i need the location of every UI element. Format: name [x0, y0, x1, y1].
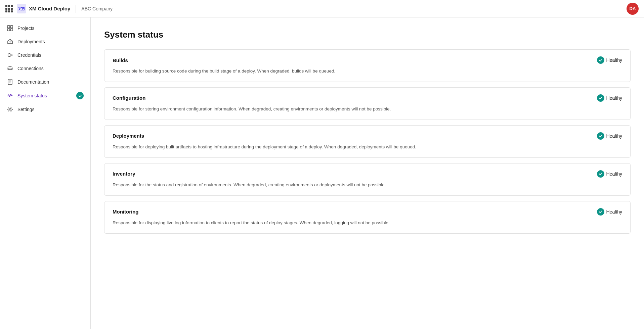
sidebar-item-label: Connections: [17, 66, 44, 71]
status-card-header: Monitoring Healthy: [113, 208, 622, 216]
system-status-icon: [7, 92, 13, 99]
status-badge: Healthy: [597, 94, 622, 102]
connections-icon: [7, 65, 13, 72]
status-label: Healthy: [606, 57, 622, 63]
documentation-icon: [7, 79, 13, 85]
status-card-title: Monitoring: [113, 209, 138, 215]
status-label: Healthy: [606, 95, 622, 101]
status-card-inventory: Inventory Healthy Responsible for the st…: [104, 163, 631, 196]
sidebar-item-projects[interactable]: Projects: [0, 21, 90, 35]
sidebar-item-settings[interactable]: Settings: [0, 103, 90, 116]
status-card-monitoring: Monitoring Healthy Responsible for displ…: [104, 201, 631, 234]
status-card-header: Inventory Healthy: [113, 170, 622, 178]
sidebar-item-credentials[interactable]: Credentials: [0, 48, 90, 62]
sidebar-item-deployments[interactable]: Deployments: [0, 35, 90, 48]
status-card-description: Responsible for displaying live log info…: [113, 220, 622, 227]
svg-rect-2: [10, 26, 13, 28]
status-card-title: Builds: [113, 57, 128, 63]
top-navigation: XM Cloud Deploy ABC Company DA: [0, 0, 644, 17]
status-badge: Healthy: [597, 208, 622, 216]
check-circle-icon: [597, 94, 604, 102]
sidebar-item-label: Documentation: [17, 79, 49, 85]
status-card-title: Deployments: [113, 133, 144, 139]
svg-point-10: [9, 109, 11, 110]
status-label: Healthy: [606, 133, 622, 139]
status-badge: Healthy: [597, 170, 622, 178]
main-layout: Projects Deployments Credentials: [0, 17, 644, 329]
status-card-description: Responsible for building source code dur…: [113, 68, 622, 75]
user-avatar[interactable]: DA: [627, 3, 639, 15]
page-title: System status: [104, 30, 631, 40]
sidebar-item-label: Credentials: [17, 52, 41, 58]
status-card-title: Inventory: [113, 171, 135, 177]
company-name: ABC Company: [81, 6, 113, 11]
system-status-badge: [76, 92, 84, 99]
status-card-title: Configuration: [113, 95, 145, 101]
status-card-deployments: Deployments Healthy Responsible for depl…: [104, 125, 631, 158]
check-circle-icon: [597, 170, 604, 178]
status-card-description: Responsible for the status and registrat…: [113, 182, 622, 189]
grid-menu-icon[interactable]: [5, 5, 13, 12]
status-card-header: Builds Healthy: [113, 56, 622, 64]
settings-icon: [7, 106, 13, 113]
status-badge: Healthy: [597, 132, 622, 140]
projects-icon: [7, 25, 13, 32]
sidebar-item-label: System status: [17, 93, 47, 98]
status-label: Healthy: [606, 209, 622, 215]
status-card-header: Deployments Healthy: [113, 132, 622, 140]
check-circle-icon: [597, 208, 604, 216]
svg-rect-0: [17, 4, 26, 13]
app-name: XM Cloud Deploy: [29, 6, 70, 11]
sidebar-item-connections[interactable]: Connections: [0, 62, 90, 75]
sidebar-item-label: Projects: [17, 26, 35, 31]
status-card-description: Responsible for storing environment conf…: [113, 106, 622, 113]
sidebar-item-system-status[interactable]: System status: [0, 89, 90, 103]
status-card-header: Configuration Healthy: [113, 94, 622, 102]
svg-point-5: [8, 54, 11, 57]
xm-cloud-logo-icon: [17, 4, 26, 13]
status-cards-container: Builds Healthy Responsible for building …: [104, 49, 631, 234]
app-logo: XM Cloud Deploy: [17, 4, 70, 13]
main-content: System status Builds Healthy Responsible…: [91, 17, 644, 329]
nav-divider: [76, 5, 76, 13]
status-label: Healthy: [606, 171, 622, 177]
status-badge: Healthy: [597, 56, 622, 64]
svg-rect-3: [7, 29, 10, 31]
sidebar: Projects Deployments Credentials: [0, 17, 91, 329]
svg-rect-1: [7, 26, 10, 28]
status-card-description: Responsible for deploying built artifact…: [113, 144, 622, 151]
sidebar-item-label: Settings: [17, 107, 35, 112]
sidebar-item-documentation[interactable]: Documentation: [0, 75, 90, 89]
credentials-icon: [7, 52, 13, 58]
check-circle-icon: [597, 56, 604, 64]
deployments-icon: [7, 38, 13, 45]
status-card-configuration: Configuration Healthy Responsible for st…: [104, 87, 631, 120]
status-card-builds: Builds Healthy Responsible for building …: [104, 49, 631, 82]
check-circle-icon: [597, 132, 604, 140]
sidebar-item-label: Deployments: [17, 39, 45, 44]
svg-rect-4: [10, 29, 13, 31]
